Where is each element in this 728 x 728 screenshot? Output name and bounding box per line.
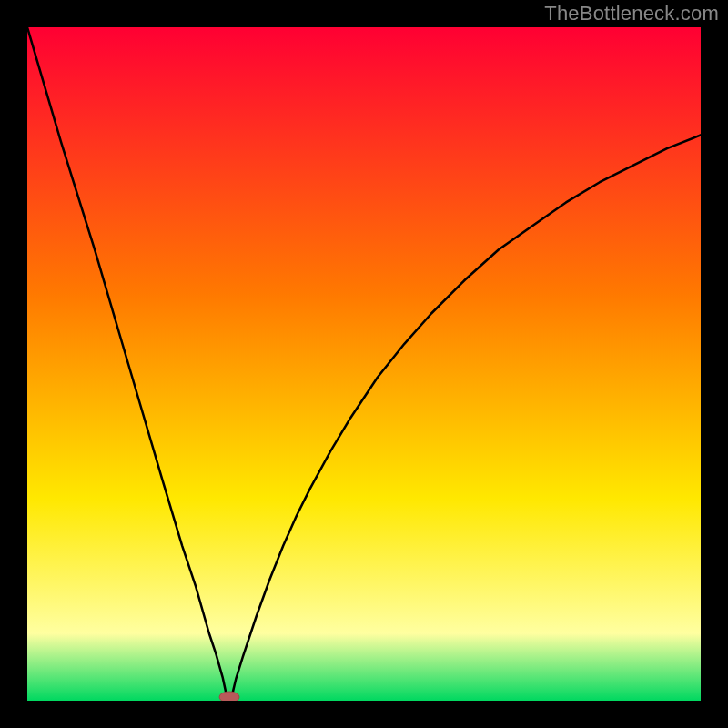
- plot-area: [27, 27, 701, 701]
- watermark-text: TheBottleneck.com: [544, 2, 719, 25]
- chart-svg: [27, 27, 701, 701]
- chart-frame: TheBottleneck.com: [0, 0, 728, 728]
- minimum-marker: [219, 692, 239, 701]
